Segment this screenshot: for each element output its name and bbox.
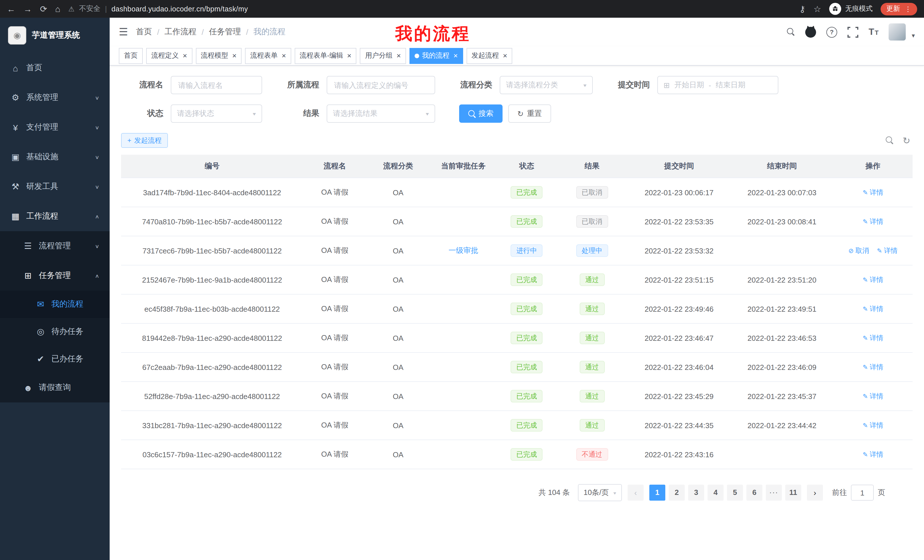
table-row[interactable]: 03c6c157-7b9a-11ec-a290-acde48001122 OA …	[121, 440, 913, 469]
tab-label: 首页	[124, 51, 138, 60]
detail-link[interactable]: ✎详情	[862, 421, 883, 430]
reload-icon[interactable]: ⟳	[40, 4, 47, 14]
home-icon[interactable]: ⌂	[55, 4, 60, 14]
create-process-button[interactable]: + 发起流程	[121, 133, 168, 148]
breadcrumb-item[interactable]: 我的流程	[254, 27, 285, 37]
chevron-down-icon: ▾	[614, 490, 616, 495]
prev-page-button[interactable]: ‹	[628, 485, 644, 501]
close-icon[interactable]: ×	[232, 52, 236, 59]
sidebar-item[interactable]: ⚒ 研发工具 ∨	[0, 172, 110, 202]
sidebar-item[interactable]: ◎ 待办任务	[0, 318, 110, 345]
breadcrumb-item[interactable]: 工作流程	[165, 27, 196, 37]
chevron-down-icon: ∨	[95, 184, 99, 190]
sidebar-item[interactable]: ☻ 请假查询	[0, 373, 110, 403]
page-button[interactable]: 3	[688, 485, 704, 501]
tab[interactable]: 首页 ×	[119, 48, 143, 64]
detail-link[interactable]: ✎详情	[862, 275, 883, 284]
close-icon[interactable]: ×	[282, 52, 286, 59]
close-icon[interactable]: ×	[347, 52, 351, 59]
sidebar-item[interactable]: ⌂ 首页	[0, 53, 110, 83]
tab[interactable]: 流程表单 ×	[245, 48, 291, 64]
tab[interactable]: 流程模型 ×	[196, 48, 242, 64]
page-button[interactable]: 1	[650, 485, 665, 501]
table-row[interactable]: 331bc281-7b9a-11ec-a290-acde48001122 OA …	[121, 411, 913, 440]
page-button[interactable]: 2	[669, 485, 685, 501]
page-button[interactable]: 4	[708, 485, 723, 501]
detail-link[interactable]: ✎详情	[862, 304, 883, 314]
tab[interactable]: 我的流程 ×	[410, 48, 463, 64]
category-select[interactable]: 请选择流程分类 ▾	[500, 76, 593, 94]
fullscreen-icon[interactable]	[848, 27, 858, 37]
font-size-icon[interactable]: TT	[868, 27, 879, 36]
search-icon[interactable]	[787, 28, 795, 36]
status-select[interactable]: 请选择状态 ▾	[171, 105, 262, 123]
breadcrumb-item[interactable]: 首页	[136, 27, 152, 37]
table-row[interactable]: 7317cec6-7b9b-11ec-b5b7-acde48001122 OA …	[121, 236, 913, 265]
detail-link[interactable]: ✎详情	[862, 187, 883, 197]
tab[interactable]: 流程表单-编辑 ×	[295, 48, 357, 64]
breadcrumb-item[interactable]: 任务管理	[209, 27, 241, 37]
sidebar-item[interactable]: ¥ 支付管理 ∨	[0, 112, 110, 142]
sidebar-item[interactable]: ▦ 工作流程 ∧	[0, 202, 110, 231]
table-refresh-icon[interactable]: ↻	[903, 135, 910, 146]
sidebar-item[interactable]: ✔ 已办任务	[0, 345, 110, 373]
table-row[interactable]: 7470a810-7b9b-11ec-b5b7-acde48001122 OA …	[121, 207, 913, 236]
table-row[interactable]: 2152467e-7b9b-11ec-9a1b-acde48001122 OA …	[121, 265, 913, 294]
close-icon[interactable]: ×	[397, 52, 401, 59]
avatar[interactable]	[889, 23, 906, 40]
table-row[interactable]: ec45f38f-7b9a-11ec-b03b-acde48001122 OA …	[121, 294, 913, 323]
table-row[interactable]: 3ad174fb-7b9d-11ec-8404-acde48001122 OA …	[121, 178, 913, 207]
detail-link[interactable]: ✎详情	[877, 246, 897, 256]
browser-menu-icon[interactable]: ⋮	[904, 5, 911, 13]
page-button[interactable]: ···	[766, 485, 782, 501]
help-icon[interactable]: ?	[826, 27, 837, 37]
detail-link[interactable]: ✎详情	[862, 449, 883, 459]
tab[interactable]: 用户分组 ×	[360, 48, 406, 64]
table-row[interactable]: 819442e8-7b9a-11ec-a290-acde48001122 OA …	[121, 323, 913, 352]
chevron-down-icon[interactable]: ▾	[912, 32, 915, 40]
sidebar-item[interactable]: ⊞ 任务管理 ∧	[0, 261, 110, 290]
process-name-input[interactable]	[171, 76, 262, 94]
forward-icon[interactable]: →	[23, 4, 32, 14]
page-button[interactable]: 11	[785, 485, 801, 501]
sidebar-item[interactable]: ▣ 基础设施 ∨	[0, 142, 110, 172]
close-icon[interactable]: ×	[503, 52, 507, 59]
cancel-link[interactable]: ⊘取消	[848, 246, 869, 256]
table-row[interactable]: 52ffd28e-7b9a-11ec-a290-acde48001122 OA …	[121, 382, 913, 411]
result-select[interactable]: 请选择流结果 ▾	[327, 105, 435, 123]
sidebar-item[interactable]: ✉ 我的流程	[0, 290, 110, 318]
tab[interactable]: 发起流程 ×	[466, 48, 512, 64]
address-bar[interactable]: ⚠ 不安全 | dashboard.yudao.iocoder.cn/bpm/t…	[68, 4, 248, 14]
parent-process-input[interactable]	[327, 76, 435, 94]
next-page-button[interactable]: ›	[807, 485, 823, 501]
edit-icon: ✎	[862, 189, 868, 196]
bookmark-star-icon[interactable]: ☆	[813, 4, 821, 14]
table-search-icon[interactable]	[885, 136, 894, 144]
tab[interactable]: 流程定义 ×	[146, 48, 192, 64]
close-icon[interactable]: ×	[183, 52, 187, 59]
update-button[interactable]: 更新 ⋮	[880, 3, 917, 15]
page-button[interactable]: 5	[727, 485, 743, 501]
sidebar-item[interactable]: ☰ 流程管理 ∨	[0, 231, 110, 261]
hamburger-icon[interactable]: ☰	[119, 26, 128, 38]
github-icon[interactable]	[805, 27, 816, 37]
detail-link[interactable]: ✎详情	[862, 362, 883, 372]
detail-link[interactable]: ✎详情	[862, 391, 883, 401]
current-task-link[interactable]: 一级审批	[448, 246, 478, 255]
date-range-picker[interactable]: ⊞ 开始日期 - 结束日期	[657, 76, 778, 94]
table-row[interactable]: 67c2eaab-7b9a-11ec-a290-acde48001122 OA …	[121, 352, 913, 382]
reset-button[interactable]: ↻ 重置	[508, 105, 551, 123]
back-icon[interactable]: ←	[7, 4, 15, 14]
sidebar-item[interactable]: ⚙ 系统管理 ∨	[0, 83, 110, 112]
column-header: 结果	[556, 155, 628, 178]
goto-page-input[interactable]	[851, 485, 874, 501]
search-button[interactable]: 搜索	[459, 105, 502, 123]
page-size-select[interactable]: 10条/页 ▾	[578, 484, 622, 501]
sidebar: ◉ 芋道管理系统 ⌂ 首页 ⚙ 系统管理 ∨	[0, 18, 110, 560]
page-button[interactable]: 6	[746, 485, 762, 501]
detail-link[interactable]: ✎详情	[862, 217, 883, 226]
close-icon[interactable]: ×	[453, 52, 458, 59]
detail-link[interactable]: ✎详情	[862, 333, 883, 343]
chevron-down-icon: ∨	[95, 243, 99, 249]
key-icon[interactable]: ⚷	[799, 4, 806, 14]
